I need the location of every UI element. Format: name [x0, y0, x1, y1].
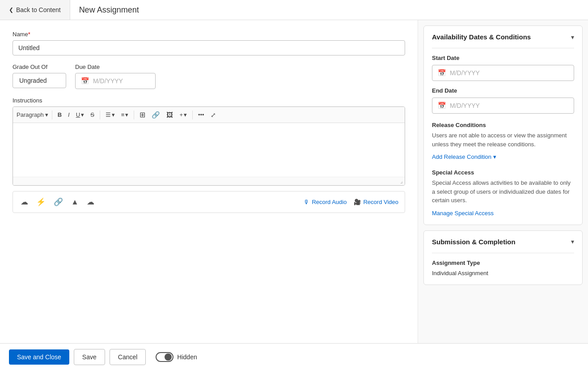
submission-section-header[interactable]: Submission & Completion ▾: [424, 231, 582, 253]
due-date-input[interactable]: 📅 M/D/YYYY: [75, 73, 156, 89]
end-date-label: End Date: [432, 87, 574, 94]
upload-icon: ☁: [21, 198, 28, 206]
hidden-label: Hidden: [177, 353, 197, 361]
back-to-content-label: Back to Content: [16, 6, 61, 13]
attachment-bar: ☁ ⚡ 🔗 ▲ ☁ 🎙 Record Audio: [13, 191, 405, 213]
paragraph-chevron-icon: ▾: [45, 111, 48, 118]
align-icon: ☰: [106, 111, 111, 118]
assignment-type-label: Assignment Type: [432, 259, 574, 266]
italic-button[interactable]: I: [65, 110, 72, 120]
availability-chevron-icon: ▾: [571, 34, 574, 41]
start-date-placeholder: M/D/YYYY: [450, 69, 480, 77]
record-audio-button[interactable]: 🎙 Record Audio: [304, 199, 347, 205]
submission-title: Submission & Completion: [432, 238, 516, 246]
submission-chevron-icon: ▾: [571, 238, 574, 245]
quicklink-icon: ⚡: [36, 198, 46, 206]
insert-content-button[interactable]: ⊞: [137, 109, 148, 121]
start-date-input[interactable]: 📅 M/D/YYYY: [432, 65, 574, 81]
bold-button[interactable]: B: [55, 110, 64, 120]
align-chevron-icon: ▾: [112, 111, 115, 118]
attach-icons-group: ☁ ⚡ 🔗 ▲ ☁: [19, 196, 297, 208]
bottom-bar: Save and Close Save Cancel Hidden: [0, 343, 588, 370]
name-label: Name*: [13, 31, 405, 38]
end-date-calendar-icon: 📅: [438, 102, 446, 110]
insert-link-attach-button[interactable]: 🔗: [52, 196, 64, 208]
right-panel: Availability Dates & Conditions ▾ Start …: [418, 20, 588, 343]
left-panel: Name* Grade Out Of Ungraded Due Date 📅 M…: [0, 20, 418, 343]
fullscreen-icon: ⤢: [211, 111, 216, 119]
video-camera-icon: 🎥: [354, 199, 361, 205]
end-date-input[interactable]: 📅 M/D/YYYY: [432, 98, 574, 114]
assignment-type-value: Individual Assignment: [432, 270, 574, 276]
release-conditions-desc: Users are not able to access or view the…: [432, 131, 574, 149]
more-insert-button[interactable]: + ▾: [177, 110, 190, 120]
strikethrough-button[interactable]: S: [88, 110, 97, 120]
manage-special-access-link[interactable]: Manage Special Access: [432, 210, 494, 217]
hidden-toggle[interactable]: [156, 352, 173, 362]
grade-field-group: Grade Out Of Ungraded: [13, 64, 66, 88]
toolbar-divider-2: [100, 111, 100, 119]
link-icon: 🔗: [152, 111, 160, 119]
special-access-desc: Special Access allows activities to be a…: [432, 179, 574, 205]
add-onedrive-button[interactable]: ☁: [85, 196, 96, 208]
rte-toolbar: Paragraph ▾ B I U ▾ S: [13, 107, 405, 123]
save-button[interactable]: Save: [74, 349, 105, 365]
insert-quicklink-button[interactable]: ⚡: [35, 196, 47, 208]
insert-image-button[interactable]: 🖼: [164, 109, 176, 120]
add-google-drive-button[interactable]: ▲: [70, 196, 80, 208]
paragraph-style-dropdown[interactable]: Paragraph ▾: [16, 110, 49, 120]
list-button[interactable]: ≡ ▾: [118, 110, 131, 120]
image-icon: 🖼: [166, 111, 173, 119]
toolbar-divider-3: [134, 111, 134, 119]
add-release-condition-link[interactable]: Add Release Condition ▾: [432, 153, 496, 160]
insert-link-button[interactable]: 🔗: [149, 109, 163, 121]
due-date-placeholder: M/D/YYYY: [93, 77, 123, 85]
special-access-heading: Special Access: [432, 169, 574, 176]
rte-resize-handle[interactable]: ⌟: [13, 177, 405, 185]
chevron-left-icon: ❮: [9, 7, 13, 13]
rich-text-editor: Paragraph ▾ B I U ▾ S: [13, 106, 405, 186]
list-icon: ≡: [121, 111, 125, 118]
more-options-button[interactable]: •••: [195, 110, 207, 120]
list-chevron-icon: ▾: [125, 111, 128, 118]
toolbar-divider-4: [192, 111, 193, 119]
release-conditions-heading: Release Conditions: [432, 122, 574, 128]
cancel-button[interactable]: Cancel: [110, 349, 146, 365]
start-date-calendar-icon: 📅: [438, 69, 446, 77]
add-release-chevron-icon: ▾: [493, 153, 496, 160]
grade-label: Grade Out Of: [13, 64, 66, 70]
onedrive-icon: ☁: [87, 198, 94, 206]
more-insert-chevron-icon: ▾: [184, 111, 187, 118]
availability-section-header[interactable]: Availability Dates & Conditions ▾: [424, 26, 582, 48]
name-field-group: Name*: [13, 31, 405, 55]
hidden-toggle-group: Hidden: [156, 352, 197, 362]
instructions-label: Instructions: [13, 97, 405, 104]
submission-body: Assignment Type Individual Assignment: [424, 259, 582, 285]
insert-content-icon: ⊞: [140, 111, 145, 119]
toggle-thumb: [165, 353, 172, 361]
underline-button[interactable]: U ▾: [73, 110, 87, 120]
submission-section: Submission & Completion ▾ Assignment Typ…: [423, 230, 583, 285]
due-date-label: Due Date: [75, 64, 156, 70]
ellipsis-icon: •••: [198, 111, 204, 118]
rte-body[interactable]: [13, 123, 405, 177]
end-date-placeholder: M/D/YYYY: [450, 102, 480, 109]
save-and-close-button[interactable]: Save and Close: [9, 349, 69, 365]
toolbar-divider-1: [52, 111, 52, 119]
name-input[interactable]: [13, 40, 405, 55]
calendar-icon: 📅: [81, 77, 89, 85]
back-to-content-link[interactable]: ❮ Back to Content: [0, 0, 70, 20]
availability-divider: [432, 48, 574, 48]
plus-icon: +: [179, 111, 183, 118]
due-date-field-group: Due Date 📅 M/D/YYYY: [75, 64, 156, 89]
attach-right-group: 🎙 Record Audio 🎥 Record Video: [304, 199, 398, 205]
fullscreen-button[interactable]: ⤢: [208, 110, 219, 120]
upload-file-button[interactable]: ☁: [19, 196, 30, 208]
availability-body: Start Date 📅 M/D/YYYY End Date 📅 M/D/YYY…: [424, 55, 582, 225]
google-drive-icon: ▲: [71, 198, 79, 206]
availability-title: Availability Dates & Conditions: [432, 33, 531, 41]
grade-select-button[interactable]: Ungraded: [13, 73, 66, 88]
availability-section: Availability Dates & Conditions ▾ Start …: [423, 26, 583, 225]
record-video-button[interactable]: 🎥 Record Video: [354, 199, 398, 205]
align-button[interactable]: ☰ ▾: [103, 110, 118, 120]
